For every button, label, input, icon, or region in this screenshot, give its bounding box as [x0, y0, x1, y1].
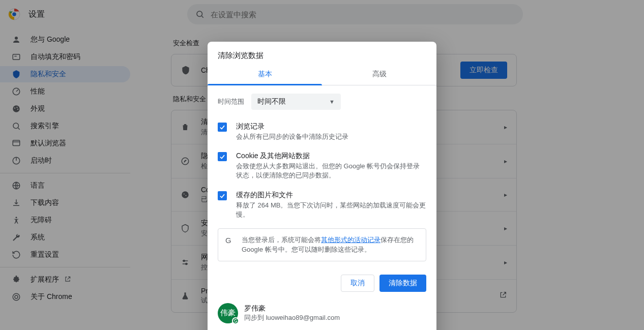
- google-g-icon: G: [225, 235, 235, 255]
- profile-row: 伟豪 罗伟豪 同步到 luoweihao89@gmail.com: [208, 299, 436, 330]
- check-desc: 会从所有已同步的设备中清除历史记录: [236, 132, 348, 141]
- checkbox-icon[interactable]: [218, 191, 227, 200]
- dialog-body: 时间范围 时间不限 ▼ 浏览记录 会从所有已同步的设备中清除历史记录 Cooki…: [208, 85, 436, 263]
- tab-basic[interactable]: 基本: [208, 64, 322, 85]
- profile-sync: 同步到 luoweihao89@gmail.com: [244, 313, 340, 322]
- profile-name: 罗伟豪: [244, 304, 340, 313]
- check-browsing-history[interactable]: 浏览记录 会从所有已同步的设备中清除历史记录: [218, 118, 426, 147]
- check-title: 浏览记录: [236, 122, 348, 131]
- other-activity-link[interactable]: 其他形式的活动记录: [321, 236, 380, 244]
- checkbox-icon[interactable]: [218, 152, 227, 161]
- check-desc: 释放了 264 MB。当您下次访问时，某些网站的加载速度可能会更慢。: [236, 201, 426, 219]
- clear-browsing-data-dialog: 清除浏览数据 基本 高级 时间范围 时间不限 ▼ 浏览记录 会从所有已同步的设备…: [208, 42, 436, 330]
- clear-data-button[interactable]: 清除数据: [379, 275, 426, 292]
- dialog-title: 清除浏览数据: [208, 42, 436, 64]
- check-title: Cookie 及其他网站数据: [236, 152, 426, 161]
- sync-badge-icon: [232, 317, 239, 324]
- info-text: 当您登录后，系统可能会将其他形式的活动记录保存在您的 Google 帐号中。您可…: [242, 235, 419, 255]
- dialog-actions: 取消 清除数据: [208, 263, 436, 299]
- info-banner: G 当您登录后，系统可能会将其他形式的活动记录保存在您的 Google 帐号中。…: [218, 228, 426, 261]
- check-desc: 会致使您从大多数网站退出。但您的 Google 帐号仍会保持登录状态，以便清除您…: [236, 162, 426, 180]
- check-title: 缓存的图片和文件: [236, 191, 426, 200]
- time-range-row: 时间范围 时间不限 ▼: [218, 94, 426, 110]
- check-cookies[interactable]: Cookie 及其他网站数据 会致使您从大多数网站退出。但您的 Google 帐…: [218, 147, 426, 186]
- time-range-value: 时间不限: [257, 97, 286, 106]
- check-cached-files[interactable]: 缓存的图片和文件 释放了 264 MB。当您下次访问时，某些网站的加载速度可能会…: [218, 187, 426, 225]
- tab-advanced[interactable]: 高级: [322, 64, 436, 85]
- dialog-tabs: 基本 高级: [208, 64, 436, 85]
- time-range-label: 时间范围: [218, 97, 244, 106]
- time-range-select[interactable]: 时间不限 ▼: [251, 94, 341, 110]
- chevron-down-icon: ▼: [329, 99, 335, 105]
- avatar: 伟豪: [218, 303, 238, 323]
- checkbox-icon[interactable]: [218, 123, 227, 132]
- cancel-button[interactable]: 取消: [341, 275, 374, 292]
